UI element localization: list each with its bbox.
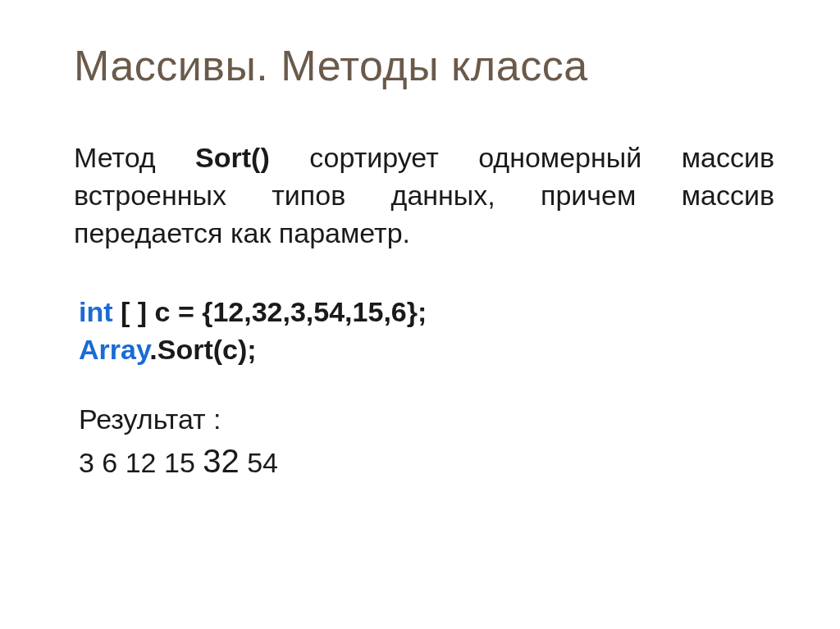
code-line2-rest: .Sort(c); xyxy=(149,334,256,365)
result-label: Результат : xyxy=(79,401,783,439)
result-values-suffix: 54 xyxy=(240,447,278,478)
desc-method-name: Sort() xyxy=(195,142,270,173)
code-line-1: int [ ] c = {12,32,3,54,15,6}; xyxy=(79,294,783,331)
desc-prefix: Метод xyxy=(74,142,195,173)
slide-description: Метод Sort() сортирует одномерный массив… xyxy=(74,139,783,253)
code-block: int [ ] c = {12,32,3,54,15,6}; Array.Sor… xyxy=(74,294,783,369)
slide-title: Массивы. Методы класса xyxy=(74,41,783,90)
slide-container: Массивы. Методы класса Метод Sort() сорт… xyxy=(0,0,840,629)
result-values-prefix: 3 6 12 15 xyxy=(79,447,203,478)
code-line-2: Array.Sort(c); xyxy=(79,331,783,369)
result-values-big: 32 xyxy=(203,443,240,479)
code-class-array: Array xyxy=(79,334,149,365)
result-values: 3 6 12 15 32 54 xyxy=(79,439,783,483)
code-line1-rest: [ ] c = {12,32,3,54,15,6}; xyxy=(113,296,427,327)
code-keyword-int: int xyxy=(79,296,113,327)
result-block: Результат : 3 6 12 15 32 54 xyxy=(74,401,783,483)
